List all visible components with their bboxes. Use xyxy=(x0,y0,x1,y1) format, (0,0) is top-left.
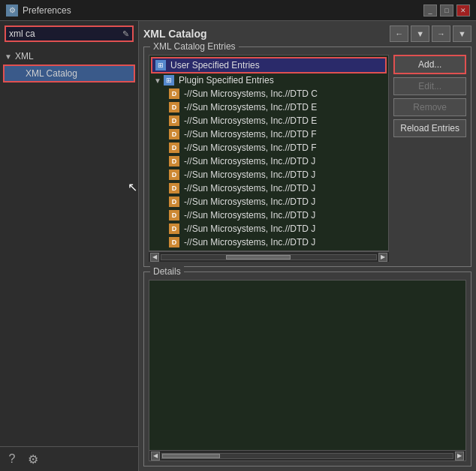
entry-text-1: -//Sun Microsystems, Inc.//DTD E xyxy=(184,102,317,112)
entry-text-11: -//Sun Microsystems, Inc.//DTD J xyxy=(184,237,315,248)
catalog-entry-1[interactable]: D -//Sun Microsystems, Inc.//DTD E xyxy=(166,100,387,114)
catalog-entry-7[interactable]: D -//Sun Microsystems, Inc.//DTD J xyxy=(166,182,387,195)
entry-text-9: -//Sun Microsystems, Inc.//DTD J xyxy=(184,210,315,220)
d-icon-11: D xyxy=(169,237,181,248)
details-content: ◀ ▶ xyxy=(149,280,466,461)
expand-arrow-icon: ▼ xyxy=(5,52,12,61)
add-button[interactable]: Add... xyxy=(393,55,466,74)
details-scroll-track[interactable] xyxy=(161,453,453,459)
horizontal-scrollbar[interactable]: ◀ ▶ xyxy=(149,251,389,262)
d-icon-5: D xyxy=(169,156,181,166)
d-icon-8: D xyxy=(169,196,181,207)
details-horizontal-scrollbar[interactable]: ◀ ▶ xyxy=(149,450,465,460)
catalog-entry-11[interactable]: D -//Sun Microsystems, Inc.//DTD J xyxy=(166,236,387,249)
catalog-entry-5[interactable]: D -//Sun Microsystems, Inc.//DTD J xyxy=(166,154,387,168)
window-title: Preferences xyxy=(23,5,423,16)
d-icon-6: D xyxy=(169,170,181,180)
nav-menu-button[interactable]: ▼ xyxy=(453,26,471,42)
maximize-button[interactable]: □ xyxy=(440,4,453,16)
catalog-entry-2[interactable]: D -//Sun Microsystems, Inc.//DTD E xyxy=(166,114,387,128)
plugin-specified-label: Plugin Specified Entries xyxy=(179,75,274,86)
sidebar: ✎ ▼ XML XML Catalog ? ⚙ xyxy=(0,21,139,471)
entry-text-8: -//Sun Microsystems, Inc.//DTD J xyxy=(184,196,315,207)
d-icon-9: D xyxy=(169,210,181,220)
details-scroll-left-button[interactable]: ◀ xyxy=(151,452,160,460)
d-icon-2: D xyxy=(169,116,181,126)
d-icon-0: D xyxy=(169,88,181,99)
d-icon-10: D xyxy=(169,224,181,234)
catalog-entry-8[interactable]: D -//Sun Microsystems, Inc.//DTD J xyxy=(166,195,387,208)
scroll-right-button[interactable]: ▶ xyxy=(378,253,387,262)
content-header: XML Catalog ← ▼ → ▼ xyxy=(143,26,471,42)
catalog-entry-0[interactable]: D -//Sun Microsystems, Inc.//DTD C xyxy=(166,87,387,100)
window-icon: ⚙ xyxy=(6,4,18,16)
entries-group-label: XML Catalog Entries xyxy=(150,41,239,52)
minimize-button[interactable]: _ xyxy=(423,4,437,16)
details-scroll-right-button[interactable]: ▶ xyxy=(455,452,464,460)
catalog-entry-10[interactable]: D -//Sun Microsystems, Inc.//DTD J xyxy=(166,222,387,236)
table-icon: ⊞ xyxy=(155,60,167,70)
d-icon-7: D xyxy=(169,183,181,194)
sidebar-search-box[interactable]: ✎ xyxy=(5,26,134,42)
edit-button[interactable]: Edit... xyxy=(393,77,466,95)
nav-controls: ← ▼ → ▼ xyxy=(390,26,471,42)
settings-icon[interactable]: ⚙ xyxy=(26,452,41,466)
d-icon-3: D xyxy=(169,129,181,140)
close-button[interactable]: ✕ xyxy=(456,4,470,16)
sidebar-bottom: ? ⚙ xyxy=(0,446,138,471)
reload-entries-button[interactable]: Reload Entries xyxy=(393,119,466,137)
entry-text-3: -//Sun Microsystems, Inc.//DTD F xyxy=(184,129,317,140)
details-scroll-thumb[interactable] xyxy=(162,454,220,458)
d-icon-1: D xyxy=(169,102,181,112)
entry-text-0: -//Sun Microsystems, Inc.//DTD C xyxy=(184,88,318,99)
content-panel: XML Catalog ← ▼ → ▼ XML Catalog Entries xyxy=(139,21,476,471)
plugin-table-icon: ⊞ xyxy=(164,75,176,86)
user-specified-label: User Specified Entries xyxy=(170,60,260,70)
details-text-area[interactable] xyxy=(149,280,465,450)
entry-text-7: -//Sun Microsystems, Inc.//DTD J xyxy=(184,183,315,194)
details-group-label: Details xyxy=(150,266,184,277)
catalog-entry-3[interactable]: D -//Sun Microsystems, Inc.//DTD F xyxy=(166,128,387,141)
catalog-tree[interactable]: ⊞ User Specified Entries ▼ ⊞ xyxy=(149,55,389,251)
scroll-thumb[interactable] xyxy=(226,255,291,260)
catalog-entry-9[interactable]: D -//Sun Microsystems, Inc.//DTD J xyxy=(166,208,387,222)
sidebar-group-xml: ▼ XML XML Catalog xyxy=(0,48,138,86)
entry-text-2: -//Sun Microsystems, Inc.//DTD E xyxy=(184,116,317,126)
main-container: ✎ ▼ XML XML Catalog ? ⚙ xyxy=(0,21,476,471)
entry-text-5: -//Sun Microsystems, Inc.//DTD J xyxy=(184,156,315,166)
entry-text-6: -//Sun Microsystems, Inc.//DTD J xyxy=(184,170,315,180)
content-title: XML Catalog xyxy=(143,28,207,40)
plugin-specified-entry[interactable]: ▼ ⊞ Plugin Specified Entries xyxy=(151,74,387,87)
catalog-entry-6[interactable]: D -//Sun Microsystems, Inc.//DTD J xyxy=(166,168,387,182)
d-icon-4: D xyxy=(169,142,181,153)
scroll-left-button[interactable]: ◀ xyxy=(150,253,159,262)
search-input[interactable] xyxy=(9,28,122,39)
user-specified-entry[interactable]: ⊞ User Specified Entries xyxy=(151,57,387,74)
help-icon[interactable]: ? xyxy=(5,452,20,466)
details-group: Details ◀ ▶ xyxy=(143,272,471,466)
action-buttons: Add... Edit... Remove Reload Entries xyxy=(393,55,466,262)
entry-text-4: -//Sun Microsystems, Inc.//DTD F xyxy=(184,142,317,153)
entry-text-10: -//Sun Microsystems, Inc.//DTD J xyxy=(184,224,315,234)
forward-button[interactable]: → xyxy=(432,26,450,42)
remove-button[interactable]: Remove xyxy=(393,98,466,116)
plugin-children: D -//Sun Microsystems, Inc.//DTD C D -//… xyxy=(151,87,387,249)
catalog-entry-4[interactable]: D -//Sun Microsystems, Inc.//DTD F xyxy=(166,141,387,154)
search-clear-icon[interactable]: ✎ xyxy=(122,29,129,39)
entries-layout: ⊞ User Specified Entries ▼ ⊞ xyxy=(149,55,466,262)
title-bar: ⚙ Preferences _ □ ✕ xyxy=(0,0,476,21)
expand-plugin-icon: ▼ xyxy=(154,76,161,85)
scroll-track[interactable] xyxy=(161,254,377,260)
sidebar-item-xml-catalog-label: XML Catalog xyxy=(26,68,77,79)
window-controls: _ □ ✕ xyxy=(423,4,470,16)
sidebar-group-label: XML xyxy=(15,51,34,62)
sidebar-item-xml-catalog[interactable]: XML Catalog xyxy=(3,64,135,82)
dropdown-button[interactable]: ▼ xyxy=(411,26,429,42)
sidebar-group-header-xml[interactable]: ▼ XML xyxy=(0,50,138,63)
entries-group: XML Catalog Entries ⊞ User S xyxy=(143,46,471,267)
sidebar-tree: ▼ XML XML Catalog xyxy=(0,46,138,446)
back-button[interactable]: ← xyxy=(390,26,408,42)
